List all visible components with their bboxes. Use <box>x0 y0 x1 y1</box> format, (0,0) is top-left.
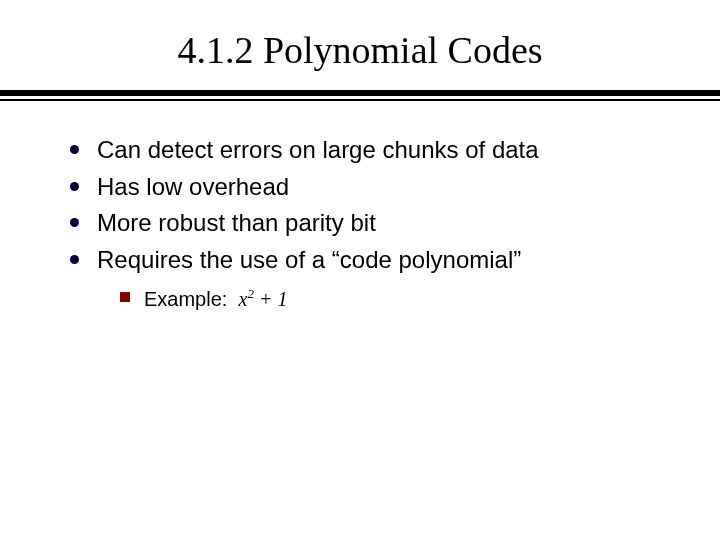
bullet-text: Requires the use of a “code polynomial” <box>97 245 521 276</box>
bullet-dot-icon <box>70 145 79 154</box>
list-item: Has low overhead <box>70 172 670 203</box>
bullet-text: More robust than parity bit <box>97 208 376 239</box>
sub-list-item: Example: x2 + 1 <box>120 286 670 311</box>
expr-tail: + 1 <box>254 288 288 310</box>
bullet-dot-icon <box>70 182 79 191</box>
rule-thick <box>0 90 720 96</box>
example-expression: x2 + 1 <box>239 288 288 310</box>
list-item: Requires the use of a “code polynomial” <box>70 245 670 276</box>
bullet-text: Has low overhead <box>97 172 289 203</box>
content-area: Can detect errors on large chunks of dat… <box>0 101 720 311</box>
bullet-square-icon <box>120 292 130 302</box>
list-item: Can detect errors on large chunks of dat… <box>70 135 670 166</box>
slide-title: 4.1.2 Polynomial Codes <box>0 28 720 72</box>
bullet-dot-icon <box>70 255 79 264</box>
example-label: Example: <box>144 288 227 310</box>
bullet-text: Can detect errors on large chunks of dat… <box>97 135 539 166</box>
list-item: More robust than parity bit <box>70 208 670 239</box>
bullet-dot-icon <box>70 218 79 227</box>
slide: 4.1.2 Polynomial Codes Can detect errors… <box>0 0 720 540</box>
title-rule <box>0 90 720 101</box>
sub-bullet-text: Example: x2 + 1 <box>144 286 287 311</box>
